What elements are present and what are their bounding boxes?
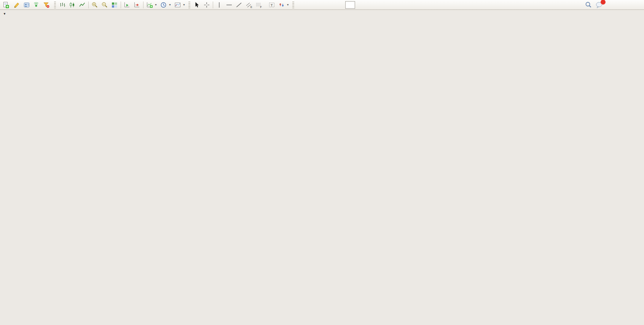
terminal-window: ▼ ▼ ▼ E F T ▼ bbox=[0, 0, 644, 325]
toolbar-grip bbox=[292, 2, 294, 8]
indicators-button[interactable]: ▼ bbox=[145, 1, 159, 9]
zoom-in-button[interactable] bbox=[90, 1, 100, 9]
timeframe-d1[interactable] bbox=[355, 1, 365, 9]
candlestick-button[interactable] bbox=[67, 1, 77, 9]
clock-icon bbox=[160, 2, 167, 8]
bar-chart-button[interactable] bbox=[57, 1, 67, 9]
profiles-button[interactable] bbox=[22, 1, 32, 9]
svg-text:F: F bbox=[260, 5, 261, 8]
auto-trading-icon bbox=[43, 2, 50, 8]
equidistant-channel-icon: E bbox=[245, 2, 252, 8]
line-chart-button[interactable] bbox=[77, 1, 87, 9]
auto-scroll-icon bbox=[124, 2, 131, 8]
text-label-tool-button[interactable]: T bbox=[267, 1, 277, 9]
cursor-tool-button[interactable] bbox=[192, 1, 202, 9]
timeframe-m5[interactable] bbox=[306, 1, 316, 9]
notification-badge bbox=[601, 0, 606, 5]
timeframe-h4[interactable] bbox=[345, 1, 355, 9]
templates-button[interactable]: ▼ bbox=[173, 1, 187, 9]
bar-chart-icon bbox=[59, 2, 66, 8]
arrows-icon bbox=[278, 2, 285, 8]
timeframe-mn[interactable] bbox=[375, 1, 385, 9]
zoom-out-button[interactable] bbox=[100, 1, 110, 9]
timeframe-w1[interactable] bbox=[365, 1, 375, 9]
trendline-tool-button[interactable] bbox=[234, 1, 244, 9]
text-label-icon: T bbox=[268, 2, 275, 8]
svg-text:E: E bbox=[250, 5, 252, 8]
search-icon bbox=[585, 1, 592, 9]
arrows-tool-button[interactable]: ▼ bbox=[277, 1, 291, 9]
channel-tool-button[interactable]: E bbox=[244, 1, 254, 9]
search-button[interactable] bbox=[583, 1, 594, 9]
candlestick-icon bbox=[69, 2, 76, 8]
text-tool-button[interactable] bbox=[264, 1, 267, 9]
rsi-indicator-label bbox=[3, 275, 4, 279]
dropdown-caret: ▼ bbox=[287, 3, 289, 6]
crosshair-tool-button[interactable] bbox=[202, 1, 212, 9]
new-order-button[interactable] bbox=[1, 1, 12, 9]
dropdown-caret: ▼ bbox=[155, 3, 157, 6]
toolbar-grip bbox=[54, 2, 56, 8]
signals-button[interactable] bbox=[32, 1, 41, 9]
toolbar: ▼ ▼ ▼ E F T ▼ bbox=[0, 0, 644, 10]
template-icon bbox=[174, 2, 181, 8]
zoom-in-icon bbox=[91, 2, 98, 8]
trendline-icon bbox=[236, 2, 242, 8]
horizontal-line-tool-button[interactable] bbox=[224, 1, 234, 9]
macd-indicator-label bbox=[3, 231, 4, 236]
notifications-button[interactable] bbox=[594, 1, 604, 9]
vertical-line-tool-button[interactable] bbox=[214, 1, 224, 9]
timeframe-m1[interactable] bbox=[296, 1, 306, 9]
chart-shift-icon bbox=[134, 2, 140, 8]
timeframe-h1[interactable] bbox=[335, 1, 345, 9]
toolbar-separator bbox=[143, 2, 143, 8]
toolbar-separator bbox=[121, 2, 121, 8]
cursor-icon bbox=[193, 2, 200, 8]
fibonacci-icon: F bbox=[255, 2, 262, 8]
chart-shift-button[interactable] bbox=[132, 1, 142, 9]
tile-windows-icon bbox=[111, 2, 118, 8]
crayon-icon bbox=[13, 2, 20, 8]
svg-text:T: T bbox=[271, 3, 273, 7]
horizontal-line-icon bbox=[226, 2, 233, 8]
fibonacci-tool-button[interactable]: F bbox=[254, 1, 264, 9]
zoom-out-icon bbox=[101, 2, 108, 8]
toolbar-separator bbox=[88, 2, 89, 8]
new-order-icon bbox=[2, 2, 9, 8]
crosshair-icon bbox=[203, 2, 210, 8]
chart-title: ▼ bbox=[3, 11, 10, 16]
periods-button[interactable]: ▼ bbox=[159, 1, 173, 9]
vertical-line-icon bbox=[216, 2, 223, 8]
line-chart-icon bbox=[79, 2, 86, 8]
styler-button[interactable] bbox=[12, 1, 22, 9]
indicators-icon bbox=[146, 2, 153, 8]
dropdown-caret: ▼ bbox=[169, 3, 171, 6]
chart-area[interactable]: ▼ bbox=[0, 0, 644, 325]
timeframe-m15[interactable] bbox=[316, 1, 325, 9]
tile-windows-button[interactable] bbox=[110, 1, 120, 9]
timeframe-m30[interactable] bbox=[325, 1, 335, 9]
dropdown-caret: ▼ bbox=[183, 3, 185, 6]
chart-canvas[interactable] bbox=[0, 0, 644, 325]
auto-trading-button[interactable] bbox=[41, 1, 53, 9]
chart-collapse-arrow[interactable]: ▼ bbox=[3, 12, 6, 16]
timeframe-group bbox=[295, 0, 386, 10]
toolbar-grip bbox=[188, 2, 190, 8]
signal-icon bbox=[33, 2, 40, 8]
auto-scroll-button[interactable] bbox=[122, 1, 132, 9]
profile-icon bbox=[23, 2, 30, 8]
toolbar-separator bbox=[213, 2, 213, 8]
